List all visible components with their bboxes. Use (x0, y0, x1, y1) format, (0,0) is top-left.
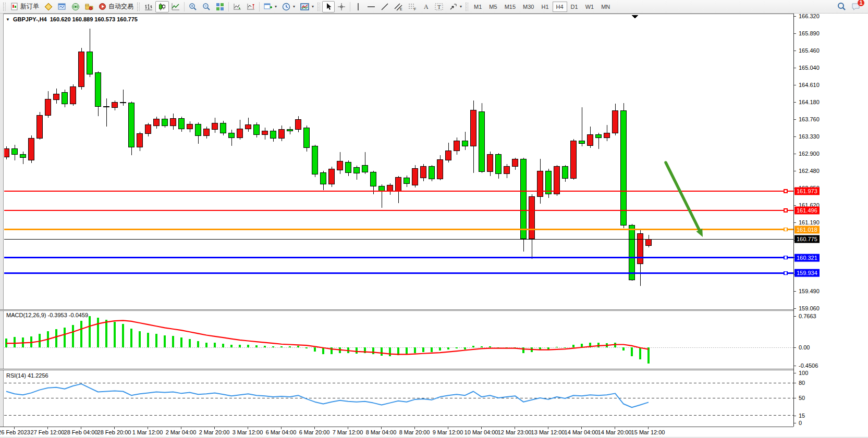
chat-icon[interactable]: 1 (851, 2, 861, 11)
rsi-pane[interactable] (4, 371, 793, 427)
arrows-tool-button[interactable]: ▾ (446, 1, 464, 12)
data-window-button[interactable] (55, 1, 69, 12)
chart-shift-button[interactable] (244, 1, 258, 12)
rsi-axis-label: 100 (799, 370, 808, 376)
toolbar-grip[interactable] (3, 3, 6, 11)
time-tick-label: 15 Mar 12:00 (631, 429, 665, 435)
vertical-line-button[interactable] (352, 1, 364, 12)
text-label-button[interactable]: T (432, 1, 446, 12)
price-tick-label: 162.480 (799, 168, 820, 174)
candle (54, 89, 59, 104)
macd-histogram-bar (372, 347, 374, 354)
symbols-button[interactable] (42, 1, 55, 12)
fibonacci-icon: F (408, 3, 417, 11)
new-chart-button[interactable]: ▾ (261, 1, 279, 12)
macd-axis-label-dash (794, 366, 796, 366)
terminal-button[interactable] (82, 1, 96, 12)
timeframe-MN[interactable]: MN (597, 2, 614, 12)
candle (504, 164, 510, 178)
chart-bars-button[interactable] (142, 1, 155, 12)
price-axis[interactable]: 166.320165.890165.460165.040164.610164.1… (793, 14, 868, 427)
timeframe-H1[interactable]: H1 (537, 2, 552, 12)
hline-handle[interactable] (784, 271, 787, 274)
dropdown-caret-icon[interactable]: ▾ (460, 4, 462, 9)
chart-candles-button[interactable] (155, 1, 169, 12)
terminal-icon (85, 3, 93, 11)
chat-badge: 1 (858, 0, 864, 6)
price-chart-pane[interactable] (4, 15, 793, 309)
candle (613, 104, 618, 135)
timeframe-W1[interactable]: W1 (582, 2, 598, 12)
timeframe-H4[interactable]: H4 (553, 2, 567, 12)
dropdown-caret-icon[interactable]: ▾ (312, 4, 314, 9)
signal-button[interactable] (69, 1, 82, 12)
hline-handle[interactable] (784, 190, 787, 193)
pane-separator[interactable] (0, 369, 793, 370)
candle (429, 165, 435, 181)
candle (621, 103, 627, 228)
candle (246, 118, 251, 132)
candle (304, 126, 310, 151)
hline-object-161.496[interactable] (4, 209, 793, 212)
crosshair-button[interactable] (335, 1, 348, 12)
fibonacci-button[interactable]: F (406, 1, 420, 12)
equidistant-channel-button[interactable]: E (392, 1, 406, 12)
macd-histogram-bar (414, 347, 416, 353)
templates-button[interactable]: ▾ (298, 1, 316, 12)
toolbar-grip[interactable] (466, 3, 468, 11)
candle (563, 165, 568, 182)
timeframe-M15[interactable]: M15 (501, 2, 519, 12)
macd-histogram-bar (239, 345, 241, 347)
hline-object-161.018[interactable] (4, 228, 793, 231)
timeframe-M1[interactable]: M1 (470, 2, 485, 12)
chart-line-button[interactable] (169, 1, 182, 12)
chart-title-dropdown-icon[interactable]: ▼ (6, 17, 10, 22)
macd-pane[interactable] (4, 311, 793, 369)
chart-shift-marker[interactable] (632, 15, 638, 19)
periods-button[interactable]: ▾ (279, 1, 298, 12)
macd-histogram-bar (197, 341, 199, 347)
tile-windows-button[interactable] (213, 1, 227, 12)
autotrading-label: 自动交易 (108, 2, 133, 11)
hline-handle[interactable] (784, 256, 787, 259)
hline-object-159.934[interactable] (4, 271, 793, 274)
timeframe-M5[interactable]: M5 (485, 2, 500, 12)
candle (446, 143, 451, 162)
dropdown-caret-icon[interactable]: ▾ (275, 4, 277, 9)
dropdown-caret-icon[interactable]: ▾ (293, 4, 295, 9)
text-button[interactable]: A (420, 1, 432, 12)
time-tick-label: 14 Mar 20:00 (598, 429, 632, 435)
rsi-axis-label: 80 (799, 380, 805, 386)
auto-scroll-button[interactable] (230, 1, 244, 12)
timeframe-M30[interactable]: M30 (519, 2, 537, 12)
candle (454, 137, 460, 154)
macd-histogram-bar (14, 337, 16, 347)
hline-object-160.321[interactable] (4, 256, 793, 259)
candle (145, 123, 151, 136)
hline-handle[interactable] (784, 228, 787, 231)
zoom-in-button[interactable] (186, 1, 200, 12)
autotrading-button[interactable]: 自动交易 (96, 1, 136, 12)
new-order-button[interactable]: 新订单 (8, 1, 42, 12)
candle (329, 167, 335, 187)
candle (604, 125, 610, 141)
trend-arrow-object[interactable] (666, 162, 703, 237)
new-chart-icon (264, 3, 272, 11)
timeframe-D1[interactable]: D1 (567, 2, 582, 12)
macd-histogram-bar (264, 346, 266, 347)
toolbar-grip[interactable] (317, 3, 320, 11)
horizontal-line-button[interactable] (364, 1, 378, 12)
hline-handle[interactable] (784, 209, 787, 212)
candle (271, 129, 276, 142)
rsi-axis-label-dash (794, 373, 796, 373)
cursor-button[interactable] (322, 1, 335, 12)
rsi-axis-label-dash (794, 383, 796, 383)
zoom-out-button[interactable] (200, 1, 213, 12)
time-axis[interactable]: 26 Feb 202327 Feb 12:0028 Feb 04:0028 Fe… (0, 427, 868, 437)
time-tick-label: 2 Mar 04:00 (166, 429, 197, 435)
search-icon[interactable] (837, 2, 846, 11)
toolbar-grip[interactable] (137, 3, 140, 11)
trendline-button[interactable] (378, 1, 392, 12)
price-tick-label-dash (794, 136, 796, 137)
macd-histogram-bar (97, 318, 99, 347)
